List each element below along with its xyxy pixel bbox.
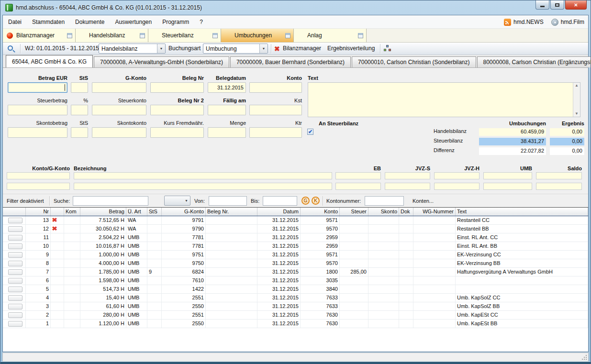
bezeichnung-field-1[interactable]	[74, 172, 332, 179]
menu-item[interactable]: Dokumente	[70, 16, 110, 28]
buchungsart-select[interactable]: Umbuchung▼	[203, 44, 268, 54]
grid-row[interactable]: 2 280,00 H UMB 2551 31.12.2015 7630 Umb.…	[3, 311, 588, 320]
col-header-konto[interactable]: Konto	[301, 208, 340, 216]
resize-grip[interactable]	[582, 355, 587, 360]
grid-row[interactable]: 7 1.785,00 H UMB 9 6824 31.12.2015 1800 …	[3, 268, 588, 276]
search-icon[interactable]	[8, 45, 13, 51]
row-selector-button[interactable]	[8, 269, 22, 275]
row-selector-button[interactable]	[8, 321, 22, 327]
col-header-sts[interactable]: StS	[147, 208, 162, 216]
suche-input[interactable]	[73, 196, 148, 206]
col-header-belegnr[interactable]: Beleg Nr.	[206, 208, 257, 216]
bilanzmanager-button[interactable]: Bilanzmanager	[283, 45, 321, 52]
grid-row[interactable]: 8 4.000,00 H UMB 9750 31.12.2015 9570 EK…	[3, 259, 588, 268]
main-tab[interactable]: Anlag	[294, 29, 367, 42]
bis-input[interactable]	[263, 196, 297, 206]
row-selector-button[interactable]	[8, 304, 22, 309]
row-selector-button[interactable]	[8, 243, 22, 249]
konto-gkonto-field-1[interactable]	[7, 172, 70, 179]
grid-row[interactable]: 11 2.504,22 H UMB 7781 31.12.2015 2959 E…	[3, 233, 588, 242]
main-tab[interactable]: Umbuchungen	[221, 29, 294, 42]
col-header-kom[interactable]: Kom	[64, 208, 80, 216]
company-tab[interactable]: 70000010, Carlson Christian (Sonderbilan…	[352, 56, 476, 67]
row-selector-button[interactable]	[8, 261, 22, 266]
menu-item[interactable]: ?	[194, 16, 208, 28]
col-header-nr[interactable]: Nr	[26, 208, 51, 216]
konten-button[interactable]: Konten...	[413, 198, 434, 204]
tab-window-icon[interactable]	[358, 33, 363, 38]
von-input[interactable]	[209, 196, 247, 206]
row-selector-button[interactable]	[8, 226, 22, 232]
row-selector-button[interactable]	[8, 312, 22, 318]
hmd-film-link[interactable]: hmd.Film	[551, 19, 584, 26]
col-header-ueart[interactable]: Ü. Art	[126, 208, 147, 216]
col-header-datum[interactable]: Datum	[257, 208, 301, 216]
row-selector-button[interactable]	[8, 295, 22, 301]
gkonto-input[interactable]	[92, 82, 146, 93]
company-tab[interactable]: 70000008, A-Verwaltungs-GmbH (Sonderbila…	[94, 56, 229, 67]
row-selector-button[interactable]	[8, 252, 22, 258]
grid-row[interactable]: 12 ✖ 30.050,62 H WA 9790 31.12.2015 9570…	[3, 225, 588, 233]
tab-window-icon[interactable]	[212, 33, 218, 38]
belegnr2-input[interactable]	[150, 105, 204, 115]
betrag-input[interactable]	[8, 82, 67, 93]
tab-window-icon[interactable]	[67, 33, 72, 38]
text-input[interactable]: ▲ ▼	[308, 82, 580, 117]
col-header-dok[interactable]: Dok	[399, 208, 413, 216]
col-header-steuer[interactable]: Steuer	[340, 208, 368, 216]
grid-row[interactable]: 13 ✖ 7.512,65 H WA 9791 31.12.2015 9571 …	[3, 216, 588, 225]
filter-combo[interactable]: ▼	[164, 196, 190, 206]
steuerbetrag-input[interactable]	[8, 105, 67, 115]
row-selector-button[interactable]	[8, 218, 22, 223]
company-tab[interactable]: 80000008, Carlson Christian (Ergänzungsb…	[477, 56, 591, 67]
grid-row[interactable]: 9 1.000,00 H UMB 9751 31.12.2015 9571 EK…	[3, 251, 588, 259]
grid-row[interactable]: 3 61,60 H UMB 2550 31.12.2015 7633 Umb. …	[3, 302, 588, 311]
sts-input[interactable]	[71, 82, 88, 93]
col-header-text[interactable]: Text	[456, 208, 588, 216]
col-header-betrag[interactable]: Betrag	[80, 208, 126, 216]
belegnr-input[interactable]	[150, 82, 204, 93]
prozent-input[interactable]	[71, 105, 88, 115]
menu-item[interactable]: Auswertungen	[110, 16, 157, 28]
row-selector-button[interactable]	[8, 278, 22, 284]
close-button[interactable]: ✕	[565, 0, 587, 10]
kst-input[interactable]	[249, 105, 302, 115]
konto-gkonto-field-2[interactable]	[7, 183, 70, 190]
textarea-scrollbar[interactable]: ▲ ▼	[573, 83, 580, 117]
tab-window-icon[interactable]	[285, 33, 290, 38]
verteilung-chart-icon[interactable]	[384, 45, 391, 52]
company-tab[interactable]: 65044, ABC GmbH & Co. KG	[6, 55, 93, 67]
grid-row[interactable]: 6 1.598,00 H UMB 7610 31.12.2015 3035	[3, 276, 588, 285]
col-header-wgnummer[interactable]: WG-Nummer	[413, 208, 456, 216]
konto-input[interactable]	[249, 82, 302, 93]
scroll-up-icon[interactable]: ▲	[575, 84, 579, 88]
k-filter-button[interactable]: K	[312, 197, 320, 205]
grid-row[interactable]: 4 15,40 H UMB 2551 31.12.2015 7633 Umb. …	[3, 294, 588, 302]
g-filter-button[interactable]: G	[301, 197, 310, 205]
minimize-button[interactable]	[535, 0, 549, 10]
main-tab[interactable]: Handelsbilanz	[76, 29, 148, 42]
menu-item[interactable]: Programm	[157, 16, 194, 28]
tab-window-icon[interactable]	[140, 33, 145, 38]
grid-row[interactable]: 1 1.120,00 H UMB 2550 31.12.2015 7630 Um…	[3, 320, 588, 328]
menu-item[interactable]: Stammdaten	[27, 16, 70, 28]
main-tab[interactable]: Steuerbilanz	[148, 29, 221, 42]
scroll-down-icon[interactable]: ▼	[575, 112, 579, 116]
bilanz-select[interactable]: Handelsbilanz▼	[99, 44, 166, 54]
bezeichnung-field-2[interactable]	[74, 183, 332, 190]
grid-row[interactable]: 5 514,73 H UMB 1422 31.12.2015 3840	[3, 285, 588, 294]
faellig-input[interactable]	[208, 105, 246, 115]
ergebnisverteilung-button[interactable]: Ergebnisverteilung	[327, 45, 375, 52]
maximize-button[interactable]	[550, 0, 564, 10]
row-selector-button[interactable]	[8, 287, 22, 292]
main-tab[interactable]: Bilanzmanager	[3, 29, 76, 42]
steuerkonto-input[interactable]	[92, 105, 146, 115]
col-header-gkonto[interactable]: G-Konto	[162, 208, 206, 216]
hmd-news-link[interactable]: hmd.NEWS	[504, 19, 544, 26]
grid-row[interactable]: 10 10.016,87 H UMB 7781 31.12.2015 2959 …	[3, 242, 588, 251]
kontonummer-input[interactable]	[365, 196, 404, 206]
belegdatum-input[interactable]: 31.12.2015	[208, 82, 246, 93]
row-selector-button[interactable]	[8, 235, 22, 241]
menu-item[interactable]: Datei	[3, 16, 27, 28]
col-header-skonto[interactable]: Skonto	[368, 208, 399, 216]
